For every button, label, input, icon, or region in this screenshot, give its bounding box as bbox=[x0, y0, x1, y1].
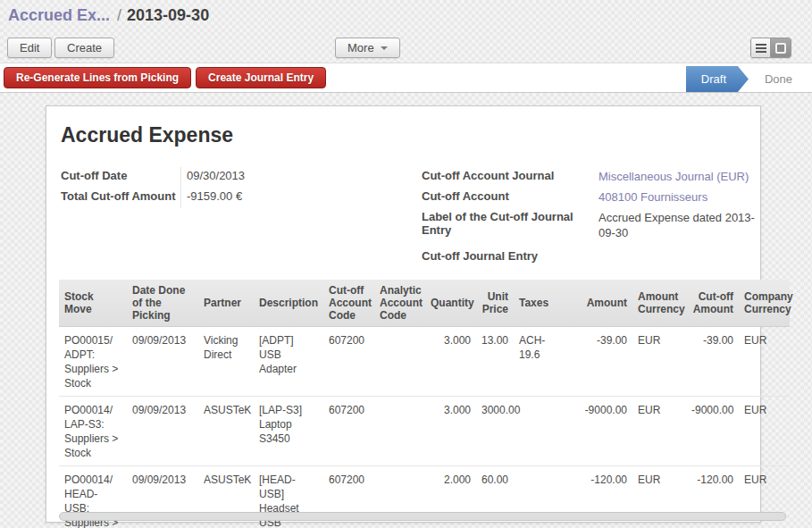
table-cell: 3.000 bbox=[425, 396, 476, 465]
table-cell: -9000.00 bbox=[686, 396, 739, 465]
table-cell bbox=[374, 396, 425, 465]
form-view-button[interactable] bbox=[771, 38, 791, 57]
column-header[interactable]: Amount bbox=[564, 280, 632, 326]
field-label: Cut-off Date bbox=[61, 167, 180, 188]
cutoff-lines-table-wrap: Stock MoveDate Done of the PickingPartne… bbox=[59, 280, 790, 528]
breadcrumb-parent-link[interactable]: Accrued Ex... bbox=[8, 6, 110, 24]
table-cell: EUR bbox=[632, 326, 686, 396]
table-row[interactable]: PO00015/​ADPT: Suppliers > Stock09/09/20… bbox=[59, 326, 790, 396]
table-cell: PO00014/​LAP-S3: Suppliers > Stock bbox=[59, 396, 127, 465]
form-fields: Cut-off Date 09/30/2013 Total Cut-off Am… bbox=[61, 167, 748, 268]
table-header-row: Stock MoveDate Done of the PickingPartne… bbox=[59, 280, 790, 326]
column-header[interactable]: Analytic Account Code bbox=[374, 280, 425, 326]
field-label: Total Cut-off Amount bbox=[61, 188, 180, 208]
column-header[interactable]: Date Done of the Picking bbox=[127, 280, 198, 326]
field-value bbox=[599, 247, 761, 268]
form-view-icon bbox=[775, 43, 786, 54]
table-cell: -9000.00 bbox=[564, 396, 632, 465]
field-label: Cut-off Account bbox=[422, 188, 599, 208]
column-header[interactable]: Partner bbox=[198, 280, 254, 326]
breadcrumb: Accrued Ex.../2013-09-30 bbox=[8, 6, 209, 25]
field-cutoff-account-journal: Cut-off Account Journal Miscellaneous Jo… bbox=[422, 167, 761, 188]
table-cell: 607200 bbox=[323, 396, 374, 465]
field-value: -9159.00 € bbox=[180, 188, 359, 208]
table-cell: -39.00 bbox=[564, 326, 632, 396]
table-row[interactable]: PO00014/​LAP-S3: Suppliers > Stock09/09/… bbox=[59, 396, 790, 465]
statusbar-state-done[interactable]: Done bbox=[749, 66, 812, 92]
field-journal-entry-label: Label of the Cut-off Journal Entry Accru… bbox=[422, 208, 761, 240]
page-title: Accrued Expense bbox=[61, 123, 760, 147]
table-cell: 3.000 bbox=[425, 326, 476, 396]
column-header[interactable]: Cut-off Account Code bbox=[323, 280, 374, 326]
field-label: Cut-off Journal Entry bbox=[422, 247, 599, 268]
table-cell: 13.00 bbox=[476, 326, 514, 396]
create-journal-entry-button[interactable]: Create Journal Entry bbox=[196, 67, 326, 88]
breadcrumb-current: 2013-09-30 bbox=[127, 6, 209, 24]
field-group-left: Cut-off Date 09/30/2013 Total Cut-off Am… bbox=[61, 167, 411, 268]
table-cell: 09/09/2013 bbox=[127, 396, 198, 465]
breadcrumb-separator: / bbox=[110, 6, 127, 24]
more-button[interactable]: More bbox=[335, 38, 400, 58]
cutoff-account-link[interactable]: 408100 Fournisseurs bbox=[599, 188, 761, 208]
table-cell: [ADPT] USB Adapter bbox=[254, 326, 323, 396]
table-cell: ASUSTeK bbox=[198, 396, 254, 465]
column-header[interactable]: Cut-off Amount bbox=[686, 280, 739, 326]
table-cell: PO00015/​ADPT: Suppliers > Stock bbox=[59, 326, 127, 396]
field-value: Accrued Expense dated 2013-09-30 bbox=[599, 208, 761, 240]
cutoff-account-journal-link[interactable]: Miscellaneous Journal (EUR) bbox=[599, 167, 761, 188]
table-cell bbox=[514, 396, 564, 465]
field-cutoff-date: Cut-off Date 09/30/2013 bbox=[61, 167, 411, 188]
column-header[interactable]: Unit Price bbox=[476, 280, 514, 326]
column-header[interactable]: Amount Currency bbox=[632, 280, 686, 326]
column-header[interactable]: Taxes bbox=[514, 280, 564, 326]
table-cell: EUR bbox=[739, 396, 790, 465]
field-total-cutoff-amount: Total Cut-off Amount -9159.00 € bbox=[61, 188, 411, 208]
list-view-button[interactable] bbox=[751, 38, 771, 57]
table-cell: 607200 bbox=[323, 326, 374, 396]
field-group-right: Cut-off Account Journal Miscellaneous Jo… bbox=[422, 167, 761, 268]
field-cutoff-journal-entry: Cut-off Journal Entry bbox=[422, 247, 761, 268]
status-strip: Re-Generate Lines from Picking Create Jo… bbox=[0, 63, 812, 93]
regenerate-lines-button[interactable]: Re-Generate Lines from Picking bbox=[4, 67, 191, 88]
table-cell: EUR bbox=[739, 326, 790, 396]
table-cell bbox=[374, 326, 425, 396]
column-header[interactable]: Stock Move bbox=[59, 280, 127, 326]
content-area: Accrued Expense Cut-off Date 09/30/2013 … bbox=[0, 94, 812, 528]
statusbar-state-draft[interactable]: Draft bbox=[686, 66, 749, 92]
table-cell: ACH-19.6 bbox=[514, 326, 564, 396]
create-button[interactable]: Create bbox=[54, 38, 114, 58]
column-header[interactable]: Quantity bbox=[425, 280, 476, 326]
statusbar: Draft Done bbox=[686, 66, 812, 92]
view-switcher bbox=[750, 38, 791, 58]
column-header[interactable]: Company Currency bbox=[739, 280, 790, 326]
column-header[interactable]: Description bbox=[254, 280, 323, 326]
table-cell: -39.00 bbox=[686, 326, 739, 396]
table-cell: EUR bbox=[632, 396, 686, 465]
list-view-icon bbox=[756, 44, 766, 53]
table-cell: Vicking Direct bbox=[198, 326, 254, 396]
edit-button[interactable]: Edit bbox=[7, 38, 52, 58]
field-value: 09/30/2013 bbox=[180, 167, 359, 188]
field-label: Label of the Cut-off Journal Entry bbox=[422, 208, 599, 240]
table-cell: 3000.00 bbox=[476, 396, 514, 465]
chevron-down-icon bbox=[381, 46, 388, 50]
table-cell: [LAP-S3] Laptop S3450 bbox=[254, 396, 323, 465]
field-label: Cut-off Account Journal bbox=[422, 167, 599, 188]
more-button-label: More bbox=[347, 41, 374, 54]
table-cell: 09/09/2013 bbox=[127, 326, 198, 396]
field-cutoff-account: Cut-off Account 408100 Fournisseurs bbox=[422, 188, 761, 208]
horizontal-scrollbar[interactable] bbox=[59, 512, 786, 521]
cutoff-lines-table: Stock MoveDate Done of the PickingPartne… bbox=[59, 280, 790, 528]
